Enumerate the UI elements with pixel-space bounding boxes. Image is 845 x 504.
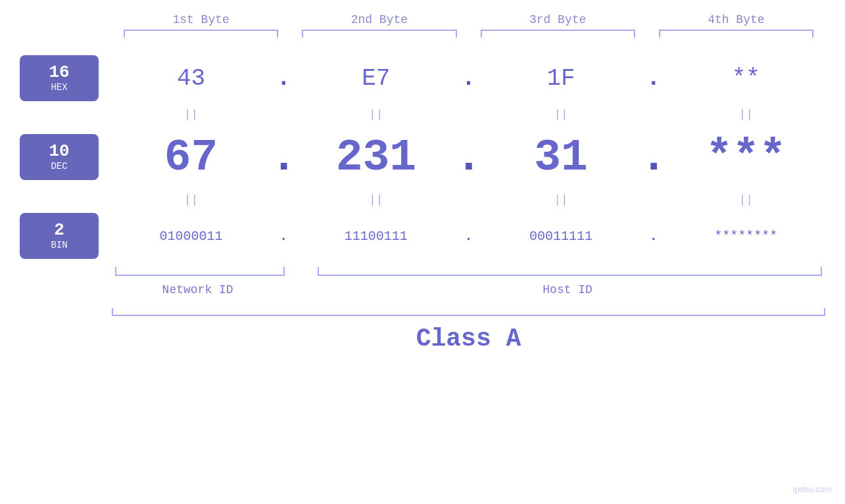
equals1-byte1: || xyxy=(112,108,270,121)
equals2-byte2: || xyxy=(297,193,455,206)
bin-byte2: 11100111 xyxy=(297,229,455,244)
hex-byte3: 1F xyxy=(482,65,640,92)
equals-row1: || || || || xyxy=(20,104,825,124)
class-label: Class A xyxy=(112,325,825,353)
equals1-byte2: || xyxy=(297,108,455,121)
byte3-header: 3rd Byte xyxy=(469,13,647,26)
dec-byte4: *** xyxy=(667,132,825,183)
class-bracket xyxy=(112,308,825,316)
hex-label: 16 HEX xyxy=(20,55,99,101)
dec-dot2: . xyxy=(456,132,482,183)
hex-label-col: 16 HEX xyxy=(20,55,112,101)
id-label-row: Network ID Host ID xyxy=(20,278,825,302)
host-id-bracket xyxy=(318,267,822,276)
top-brackets xyxy=(20,30,825,39)
byte-headers: 1st Byte 2nd Byte 3rd Byte 4th Byte xyxy=(20,13,825,26)
byte2-top-bracket xyxy=(295,30,463,39)
hex-dot1: . xyxy=(270,65,297,92)
hex-values: 43 . E7 . 1F . ** xyxy=(112,65,825,92)
hex-byte4: ** xyxy=(667,65,825,92)
bin-label-col: 2 BIN xyxy=(20,213,112,259)
bin-label: 2 BIN xyxy=(20,213,99,259)
byte4-top-bracket xyxy=(652,30,820,39)
id-brackets-container xyxy=(112,267,825,276)
byte2-header: 2nd Byte xyxy=(290,13,468,26)
bin-row: 2 BIN 01000011 . 11100111 . 00011111 . *… xyxy=(20,210,825,262)
byte3-top-bracket xyxy=(474,30,642,39)
dec-dot3: . xyxy=(640,132,667,183)
hex-dot3: . xyxy=(640,65,667,92)
dec-label-col: 10 DEC xyxy=(20,134,112,180)
dec-label: 10 DEC xyxy=(20,134,99,180)
equals-row2: || || || || xyxy=(20,190,825,210)
dec-dot1: . xyxy=(270,132,297,183)
bin-dot2: . xyxy=(456,229,482,244)
bin-dot3: . xyxy=(640,229,667,244)
dec-byte1: 67 xyxy=(112,132,270,183)
network-id-label: Network ID xyxy=(112,283,283,296)
byte1-header: 1st Byte xyxy=(112,13,290,26)
hex-dot2: . xyxy=(456,65,482,92)
class-label-row: Class A xyxy=(20,319,825,358)
equals1-byte4: || xyxy=(667,108,825,121)
hex-byte2: E7 xyxy=(297,65,455,92)
bin-byte3: 00011111 xyxy=(482,229,640,244)
bin-byte4: ******** xyxy=(667,229,825,244)
host-id-label: Host ID xyxy=(310,283,825,296)
equals2-byte1: || xyxy=(112,193,270,206)
equals2-byte4: || xyxy=(667,193,825,206)
class-bracket-row xyxy=(20,306,825,319)
network-id-bracket xyxy=(115,267,285,276)
byte1-top-bracket xyxy=(117,30,285,39)
equals1-byte3: || xyxy=(482,108,640,121)
id-bracket-row xyxy=(20,265,825,278)
watermark: ipshu.com xyxy=(793,484,832,494)
dec-values: 67 . 231 . 31 . *** xyxy=(112,132,825,183)
hex-row: 16 HEX 43 . E7 . 1F . ** xyxy=(20,52,825,104)
dec-byte3: 31 xyxy=(482,132,640,183)
byte4-header: 4th Byte xyxy=(647,13,825,26)
dec-row: 10 DEC 67 . 231 . 31 . *** xyxy=(20,124,825,190)
equals2-byte3: || xyxy=(482,193,640,206)
dec-byte2: 231 xyxy=(297,132,455,183)
bin-dot1: . xyxy=(270,229,297,244)
hex-byte1: 43 xyxy=(112,65,270,92)
main-container: 1st Byte 2nd Byte 3rd Byte 4th Byte 16 H… xyxy=(0,0,845,504)
bin-values: 01000011 . 11100111 . 00011111 . *******… xyxy=(112,229,825,244)
bin-byte1: 01000011 xyxy=(112,229,270,244)
